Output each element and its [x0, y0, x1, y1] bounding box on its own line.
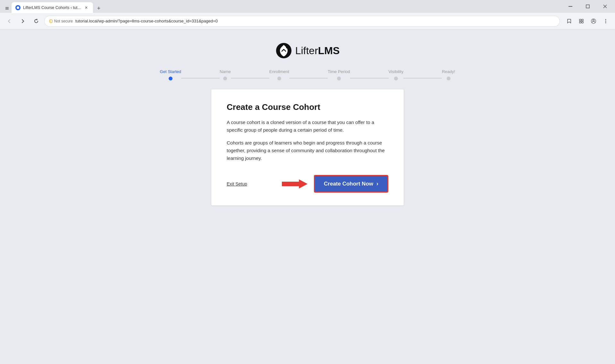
svg-point-11 [605, 21, 606, 21]
page-content: LifterLMS Get Started Name Enrollment [0, 29, 615, 364]
step-item-time-period: Time Period [328, 69, 350, 80]
maximize-button[interactable] [580, 2, 595, 11]
tab-bar-area: LifterLMS Course Cohorts ‹ tut... ✕ + [3, 0, 103, 13]
browser-frame: LifterLMS Course Cohorts ‹ tut... ✕ + [0, 0, 615, 364]
url-text: tutorial.local/wp-admin/?page=llms-cours… [75, 19, 555, 23]
step-dot-enrollment [277, 77, 281, 80]
tab-title: LifterLMS Course Cohorts ‹ tut... [23, 5, 81, 10]
step-label-time-period: Time Period [328, 69, 350, 74]
steps-container: Get Started Name Enrollment Time Period [160, 69, 455, 80]
step-dot-visibility [394, 77, 398, 80]
svg-rect-6 [579, 21, 581, 23]
exit-setup-link[interactable]: Exit Setup [227, 181, 247, 186]
svg-rect-7 [582, 21, 583, 23]
step-connector-1 [181, 78, 220, 79]
close-button[interactable] [598, 2, 612, 11]
svg-point-14 [286, 46, 288, 48]
svg-text:!: ! [50, 20, 51, 22]
bookmark-button[interactable] [564, 16, 575, 27]
step-connector-5 [403, 78, 442, 79]
url-bar[interactable]: ! Not secure tutorial.local/wp-admin/?pa… [44, 16, 560, 27]
svg-marker-15 [282, 179, 308, 188]
reload-button[interactable] [31, 16, 42, 27]
card-description-2: Cohorts are groups of learners who begin… [227, 139, 388, 162]
step-connector-3 [289, 78, 328, 79]
step-dot-name [223, 77, 227, 80]
card-title: Create a Course Cohort [227, 102, 388, 112]
step-connector-2 [231, 78, 269, 79]
step-dot-time-period [337, 77, 341, 80]
forward-button[interactable] [17, 16, 28, 27]
cta-area: Create Cohort Now › [282, 175, 388, 193]
svg-point-9 [593, 20, 594, 21]
step-item-ready: Ready! [442, 69, 455, 80]
step-item-enrollment: Enrollment [269, 69, 289, 80]
address-actions [564, 16, 611, 27]
svg-rect-4 [579, 19, 581, 21]
main-card: Create a Course Cohort A course cohort i… [211, 89, 404, 205]
svg-rect-2 [586, 5, 589, 8]
step-label-ready: Ready! [442, 69, 455, 74]
menu-button[interactable] [600, 16, 611, 27]
lifterlms-logo-icon [275, 42, 292, 59]
svg-point-10 [605, 19, 606, 20]
logo-text: LifterLMS [295, 45, 340, 57]
step-dot-ready [447, 77, 451, 80]
title-bar: LifterLMS Course Cohorts ‹ tut... ✕ + [0, 0, 615, 13]
tab-close-button[interactable]: ✕ [83, 5, 89, 11]
svg-point-12 [605, 22, 606, 23]
back-button[interactable] [4, 16, 15, 27]
svg-rect-1 [569, 6, 572, 7]
red-arrow-icon [282, 178, 308, 190]
step-item-visibility: Visibility [389, 69, 404, 80]
security-indicator: ! Not secure [49, 19, 73, 23]
step-item-name: Name [220, 69, 231, 80]
card-description-1: A course cohort is a cloned version of a… [227, 119, 388, 134]
step-item-get-started: Get Started [160, 69, 181, 80]
arrow-annotation [282, 178, 308, 190]
minimize-button[interactable] [563, 2, 578, 11]
extensions-button[interactable] [576, 16, 587, 27]
address-bar: ! Not secure tutorial.local/wp-admin/?pa… [0, 13, 615, 29]
create-cohort-label: Create Cohort Now [324, 181, 373, 187]
active-tab[interactable]: LifterLMS Course Cohorts ‹ tut... ✕ [12, 2, 93, 13]
profile-button[interactable] [588, 16, 599, 27]
window-controls [563, 2, 612, 11]
step-dot-get-started [169, 77, 173, 80]
step-label-visibility: Visibility [389, 69, 404, 74]
step-label-get-started: Get Started [160, 69, 181, 74]
tab-list-button[interactable] [3, 4, 12, 13]
create-cohort-button[interactable]: Create Cohort Now › [314, 175, 388, 193]
step-connector-4 [350, 78, 389, 79]
svg-rect-5 [582, 19, 583, 21]
logo-container: LifterLMS [275, 42, 340, 59]
step-label-name: Name [220, 69, 231, 74]
step-label-enrollment: Enrollment [269, 69, 289, 74]
chevron-right-icon: › [376, 180, 378, 187]
card-footer: Exit Setup Create Cohort Now › [227, 175, 388, 193]
new-tab-button[interactable]: + [94, 4, 103, 13]
tab-favicon [15, 5, 21, 10]
